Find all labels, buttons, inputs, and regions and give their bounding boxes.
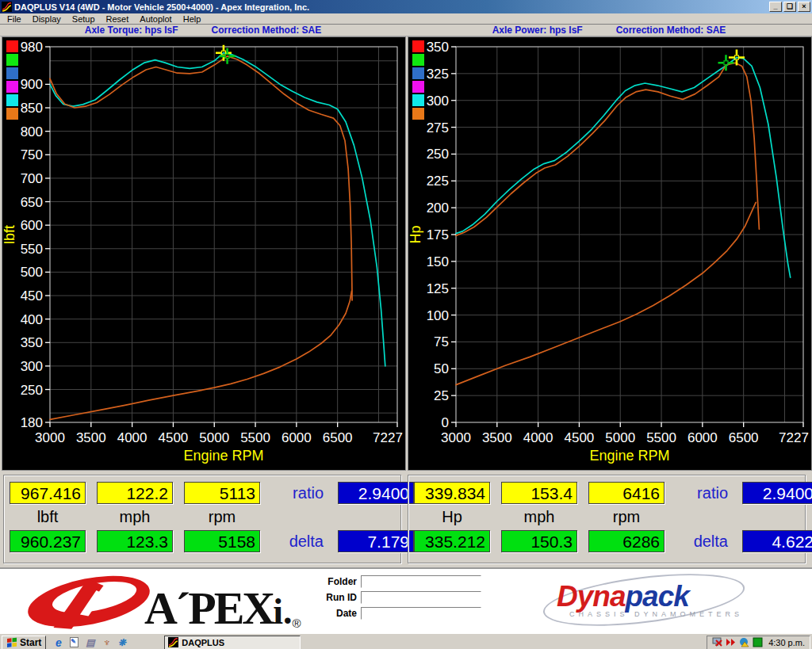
power-peak-rpm: 6286 xyxy=(588,530,665,552)
chart-headers: Axle Torque: hps IsF Correction Method: … xyxy=(0,25,812,36)
apex-swoosh-icon xyxy=(22,571,155,632)
svg-text:7227: 7227 xyxy=(373,430,403,445)
dynapack-subtitle: CHASSIS DYNAMOMETERS xyxy=(569,610,743,618)
dynapack-word-blue: pack xyxy=(625,580,688,613)
date-input[interactable] xyxy=(361,607,481,620)
torque-header-method: Correction Method: SAE xyxy=(212,25,322,36)
power-chart-header: Axle Power: hps IsF Correction Method: S… xyxy=(406,25,812,36)
delta-label: delta xyxy=(271,533,327,551)
torque-readout-panel: 967.416 122.2 5113 ratio 2.9400 lbft mph… xyxy=(3,475,401,563)
svg-text:3000: 3000 xyxy=(441,430,471,445)
registered-mark: ® xyxy=(292,616,301,632)
window-title: DAQPLUS V14 (4WD - Motor Vehicle 2500+40… xyxy=(14,2,769,12)
status-green-icon[interactable] xyxy=(753,637,763,647)
svg-text:325: 325 xyxy=(427,67,449,82)
svg-text:600: 600 xyxy=(21,218,43,233)
svg-text:350: 350 xyxy=(427,40,449,55)
power-header-method: Correction Method: SAE xyxy=(616,25,726,36)
menu-item-file[interactable]: File xyxy=(2,14,27,24)
display-error-icon[interactable] xyxy=(712,637,722,647)
svg-text:4000: 4000 xyxy=(523,430,553,445)
menu-item-display[interactable]: Display xyxy=(27,14,67,24)
messenger-icon[interactable]: ❋ xyxy=(116,636,128,648)
app-window: DAQPLUS V14 (4WD - Motor Vehicle 2500+40… xyxy=(0,0,812,649)
network-warning-icon[interactable] xyxy=(739,637,749,647)
title-bar[interactable]: DAQPLUS V14 (4WD - Motor Vehicle 2500+40… xyxy=(0,0,812,13)
torque-chart[interactable]: 9809008508007507006506005505004504003503… xyxy=(2,36,406,471)
torque-cursor-mph: 122.2 xyxy=(97,482,173,504)
svg-text:25: 25 xyxy=(434,388,449,403)
minimize-button[interactable]: _ xyxy=(769,2,782,12)
torque-chart-header: Axle Torque: hps IsF Correction Method: … xyxy=(0,25,406,36)
svg-text:750: 750 xyxy=(21,147,43,162)
svg-text:250: 250 xyxy=(21,383,43,398)
menu-item-help[interactable]: Help xyxy=(178,14,207,24)
svg-text:175: 175 xyxy=(427,227,449,242)
ratio-label: ratio xyxy=(271,484,327,502)
taskbar-button-daqplus[interactable]: DAQPLUS xyxy=(164,636,301,649)
svg-text:700: 700 xyxy=(21,171,43,186)
power-chart[interactable]: 3503253002752502252001751501251007550250… xyxy=(408,36,812,471)
svg-text:300: 300 xyxy=(21,359,43,374)
svg-text:275: 275 xyxy=(427,120,449,136)
dynapack-logo: Dynapack CHASSIS DYNAMOMETERS xyxy=(547,575,745,628)
run-id-input[interactable] xyxy=(361,591,481,604)
internet-explorer-icon[interactable]: e xyxy=(52,636,64,648)
svg-text:4500: 4500 xyxy=(565,430,595,445)
svg-text:lbft: lbft xyxy=(2,225,17,244)
chart-canvas[interactable]: 3503253002752502252001751501251007550250… xyxy=(408,37,811,470)
run-id-label: Run ID xyxy=(316,592,357,603)
power-header-title: Axle Power: hps IsF xyxy=(492,25,583,36)
charts-row: 9809008508007507006506005505004504003503… xyxy=(0,36,812,471)
start-label: Start xyxy=(20,637,41,648)
torque-cursor-rpm: 5113 xyxy=(184,482,260,504)
menu-item-reset[interactable]: Reset xyxy=(101,14,135,24)
close-button[interactable]: × xyxy=(798,2,810,12)
rpm-unit-label: rpm xyxy=(588,508,665,526)
svg-text:200: 200 xyxy=(427,200,449,216)
menu-item-autoplot[interactable]: Autoplot xyxy=(134,14,177,24)
task-button-label: DAQPLUS xyxy=(182,638,224,647)
svg-text:3500: 3500 xyxy=(482,430,512,445)
torque-peak-value: 960.237 xyxy=(10,530,86,552)
svg-text:450: 450 xyxy=(21,288,43,304)
chart-canvas[interactable]: 9809008508007507006506005505004504003503… xyxy=(2,37,405,470)
restore-button[interactable]: ❏ xyxy=(783,2,796,12)
svg-text:650: 650 xyxy=(21,195,43,210)
folder-input[interactable] xyxy=(361,575,481,588)
svg-text:550: 550 xyxy=(21,242,43,257)
folder-label: Folder xyxy=(316,576,357,587)
svg-text:6500: 6500 xyxy=(323,430,353,445)
svg-text:400: 400 xyxy=(21,312,43,327)
svg-text:150: 150 xyxy=(427,254,449,269)
mph-unit-label: mph xyxy=(97,508,173,526)
svg-text:Engine RPM: Engine RPM xyxy=(589,448,669,464)
svg-text:300: 300 xyxy=(427,94,449,109)
compose-mail-icon[interactable]: ✎ xyxy=(68,636,80,648)
svg-text:50: 50 xyxy=(434,361,449,376)
values-row: 967.416 122.2 5113 ratio 2.9400 lbft mph… xyxy=(0,471,812,567)
fast-forward-icon[interactable] xyxy=(726,637,736,647)
power-readout-panel: 339.834 153.4 6416 ratio 2.9400 Hp mph r… xyxy=(408,475,806,563)
svg-text:850: 850 xyxy=(21,101,43,116)
svg-text:3500: 3500 xyxy=(76,430,106,445)
apex-i-mark: i. xyxy=(273,592,292,632)
windows-flag-icon xyxy=(6,637,17,647)
power-cursor-rpm: 6416 xyxy=(588,482,665,504)
start-button[interactable]: Start xyxy=(2,636,46,649)
svg-text:6500: 6500 xyxy=(729,430,759,445)
rpm-unit-label: rpm xyxy=(184,508,260,526)
svg-text:100: 100 xyxy=(427,308,449,323)
power-unit-label: Hp xyxy=(414,508,490,526)
svg-text:125: 125 xyxy=(427,281,449,296)
delta-value: 4.622 xyxy=(742,530,812,552)
dynapack-word-red: Dyna xyxy=(557,580,625,613)
show-desktop-icon[interactable]: ▤ xyxy=(84,636,96,648)
torque-header-title: Axle Torque: hps IsF xyxy=(85,25,178,36)
menu-item-setup[interactable]: Setup xyxy=(67,14,101,24)
torque-peak-rpm: 5158 xyxy=(184,530,260,552)
media-player-icon[interactable]: ♆ xyxy=(100,636,112,648)
run-fields: Folder Run ID Date xyxy=(316,575,481,620)
power-peak-value: 335.212 xyxy=(414,530,490,552)
svg-text:225: 225 xyxy=(427,174,449,189)
